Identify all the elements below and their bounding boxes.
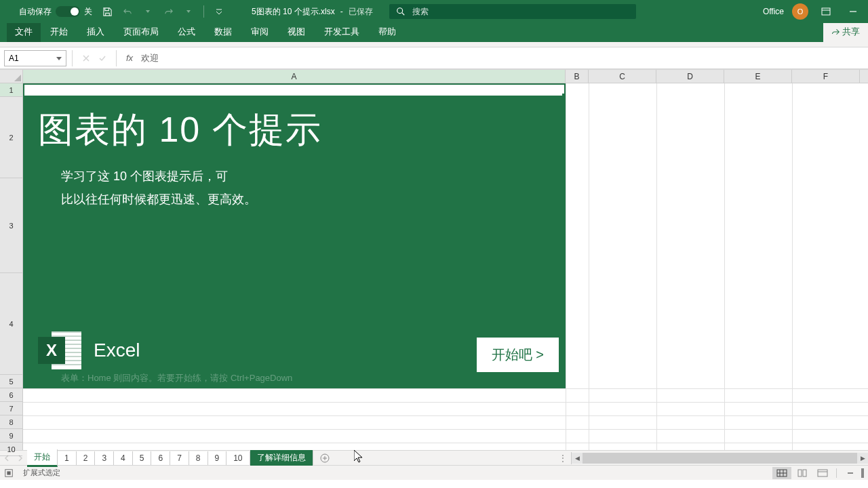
- autosave-group: 自动保存 关: [19, 6, 92, 18]
- gridline: [566, 83, 566, 450]
- row-header-9[interactable]: 9: [0, 429, 22, 443]
- ribbon-tab-formulas[interactable]: 公式: [168, 23, 205, 42]
- redo-dropdown-icon[interactable]: [183, 6, 194, 17]
- column-header-d[interactable]: D: [656, 70, 724, 83]
- hscroll-track[interactable]: [583, 453, 857, 464]
- sheet-tab-bar: 开始 1 2 3 4 5 6 7 8 9 10 了解详细信息 ⋮ ◀ ▶: [0, 450, 868, 465]
- fx-icon[interactable]: fx: [126, 53, 133, 63]
- sheet-tab-overflow-icon[interactable]: ⋮: [555, 453, 571, 463]
- cancel-formula-icon[interactable]: [78, 50, 94, 66]
- svg-rect-7: [7, 471, 10, 474]
- start-button[interactable]: 开始吧 >: [477, 338, 559, 372]
- search-box[interactable]: [389, 4, 636, 19]
- sheet-tab-2[interactable]: 2: [77, 451, 96, 465]
- formula-input[interactable]: [137, 50, 868, 66]
- undo-icon[interactable]: [122, 6, 133, 17]
- autosave-toggle[interactable]: [56, 6, 80, 17]
- ribbon-tab-review[interactable]: 审阅: [241, 23, 278, 42]
- record-macro-icon[interactable]: [4, 468, 14, 478]
- row-header-3[interactable]: 3: [0, 178, 22, 273]
- sheet-tab-9[interactable]: 9: [208, 451, 227, 465]
- zoom-out-icon[interactable]: [841, 467, 860, 479]
- sheet-tab-7[interactable]: 7: [170, 451, 189, 465]
- name-box[interactable]: A1: [4, 50, 66, 66]
- autosave-state: 关: [84, 6, 92, 18]
- office-label[interactable]: Office: [763, 7, 784, 16]
- sheet-nav-next-icon[interactable]: [14, 451, 27, 465]
- add-sheet-icon[interactable]: [317, 451, 332, 465]
- sheet-tab-6[interactable]: 6: [151, 451, 170, 465]
- titlebar: 自动保存 关 5图表的 10 个提示.xlsx - 已保存 Offi: [0, 0, 868, 23]
- column-header-e[interactable]: E: [724, 70, 792, 83]
- saved-label: 已保存: [349, 6, 373, 18]
- undo-dropdown-icon[interactable]: [142, 6, 153, 17]
- row-header-4[interactable]: 4: [0, 273, 22, 375]
- select-all-corner[interactable]: [0, 70, 23, 83]
- minimize-icon[interactable]: [844, 5, 863, 18]
- banner-hint: 表单：Home 则回内容。若要开始练，请按 Ctrl+PageDown: [61, 372, 292, 384]
- row-header-5[interactable]: 5: [0, 375, 22, 388]
- hscroll-left-icon[interactable]: ◀: [572, 453, 583, 464]
- sheet-tab-start[interactable]: 开始: [27, 449, 58, 467]
- ribbon-tab-home[interactable]: 开始: [41, 23, 77, 42]
- cells-area[interactable]: 图表的 10 个提示 学习了这 10 个图表提示后，可 比以往任何时候都更迅速、…: [23, 83, 868, 450]
- row-header-6[interactable]: 6: [0, 388, 22, 402]
- search-input[interactable]: [412, 7, 629, 16]
- filename-area: 5图表的 10 个提示.xlsx - 已保存: [252, 6, 373, 18]
- svg-line-1: [401, 13, 404, 16]
- column-header-a[interactable]: A: [23, 70, 566, 83]
- save-icon[interactable]: [102, 6, 113, 17]
- row-header-8[interactable]: 8: [0, 415, 22, 429]
- sheet-tab-8[interactable]: 8: [189, 451, 208, 465]
- file-tab[interactable]: 文件: [7, 23, 41, 42]
- zoom-slider[interactable]: [861, 468, 864, 478]
- row-header-7[interactable]: 7: [0, 402, 22, 415]
- sheet-nav-prev-icon[interactable]: [0, 451, 14, 465]
- spreadsheet-grid: A B C D E F 1 2 3 4 5 6 7 8 9 10 图表的 10 …: [0, 69, 868, 450]
- ribbon-tab-developer[interactable]: 开发工具: [315, 23, 369, 42]
- ribbon-tabs: 文件 开始 插入 页面布局 公式 数据 审阅 视图 开发工具 帮助 共享: [0, 23, 868, 42]
- hscroll-right-icon[interactable]: ▶: [857, 453, 868, 464]
- sheet-tab-learn-more[interactable]: 了解详细信息: [250, 450, 313, 466]
- view-page-break-icon[interactable]: [813, 467, 832, 479]
- sheet-tab-4[interactable]: 4: [114, 451, 133, 465]
- view-page-layout-icon[interactable]: [793, 467, 812, 479]
- filename: 5图表的 10 个提示.xlsx: [252, 6, 335, 18]
- hscroll-thumb[interactable]: [583, 453, 857, 464]
- quick-access-toolbar: [102, 5, 224, 18]
- ribbon-tab-insert[interactable]: 插入: [77, 23, 114, 42]
- enter-formula-icon[interactable]: [94, 50, 111, 66]
- view-normal-icon[interactable]: [772, 467, 791, 479]
- ribbon-tab-view[interactable]: 视图: [278, 23, 315, 42]
- ribbon-display-options-icon[interactable]: [816, 5, 835, 18]
- column-header-b[interactable]: B: [566, 70, 589, 83]
- sheet-tab-10[interactable]: 10: [226, 451, 250, 465]
- ribbon-collapsed-area: [0, 42, 868, 47]
- gridline: [792, 83, 793, 450]
- sheet-tab-1[interactable]: 1: [58, 451, 77, 465]
- horizontal-scrollbar[interactable]: ◀ ▶: [571, 452, 868, 464]
- selected-cell-a1[interactable]: [23, 83, 566, 97]
- gridline: [589, 83, 589, 450]
- sheet-tab-5[interactable]: 5: [133, 451, 152, 465]
- share-button[interactable]: 共享: [823, 23, 868, 42]
- formula-bar-sep2: [116, 50, 117, 66]
- gridline: [23, 443, 868, 443]
- sheet-tab-3[interactable]: 3: [95, 451, 114, 465]
- user-avatar[interactable]: O: [792, 3, 808, 20]
- redo-icon[interactable]: [163, 6, 174, 17]
- qat-customize-icon[interactable]: [214, 6, 224, 17]
- ribbon-tab-data[interactable]: 数据: [205, 23, 241, 42]
- column-header-c[interactable]: C: [589, 70, 656, 83]
- autosave-label: 自动保存: [19, 6, 52, 18]
- ribbon-tab-help[interactable]: 帮助: [369, 23, 406, 42]
- ribbon-tab-page-layout[interactable]: 页面布局: [114, 23, 168, 42]
- row-header-2[interactable]: 2: [0, 97, 22, 178]
- qat-separator: [203, 5, 204, 18]
- row-header-1[interactable]: 1: [0, 83, 22, 97]
- svg-point-0: [397, 8, 402, 14]
- svg-rect-12: [798, 470, 802, 476]
- banner-subtitle: 学习了这 10 个图表提示后，可 比以往任何时候都更迅速、更高效。: [61, 165, 566, 211]
- column-header-f[interactable]: F: [792, 70, 860, 83]
- gridline: [23, 402, 868, 403]
